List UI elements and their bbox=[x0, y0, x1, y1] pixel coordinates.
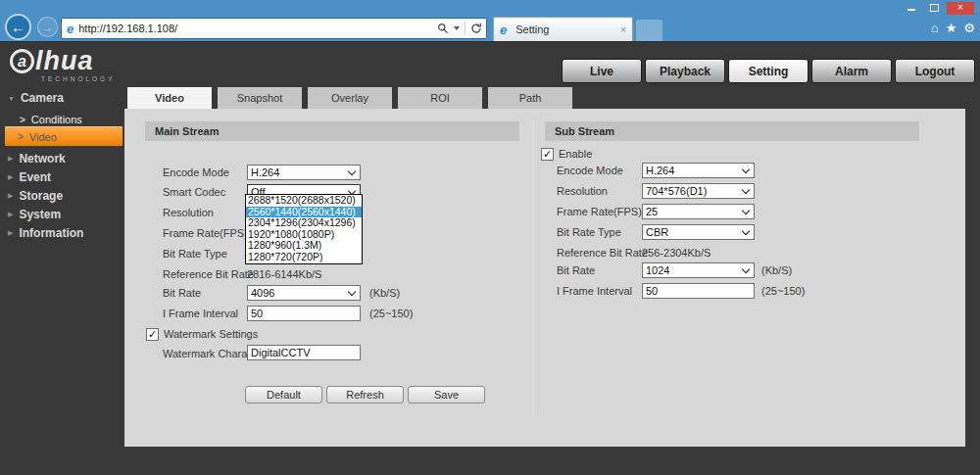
dropdown-option[interactable]: 1920*1080(1080P) bbox=[246, 229, 362, 241]
save-button[interactable]: Save bbox=[408, 386, 485, 404]
watermark-character-input[interactable] bbox=[247, 345, 361, 360]
reference-bit-rate-label: Reference Bit Rate bbox=[163, 266, 254, 282]
dropdown-option[interactable]: 2304*1296(2304x1296) bbox=[246, 217, 362, 229]
nav-button-alarm[interactable]: Alarm bbox=[811, 59, 892, 83]
logo-text: lhua bbox=[35, 46, 94, 76]
tab-title: Setting bbox=[515, 24, 620, 35]
triangle-right-icon: ▶ bbox=[8, 173, 13, 181]
dropdown-option[interactable]: 1280*960(1.3M) bbox=[246, 240, 362, 252]
page-background: a lhua TECHNOLOGY Live Playback Setting … bbox=[0, 41, 980, 475]
tab-favicon: e bbox=[500, 23, 507, 37]
sub-encode-mode-select[interactable]: H.264 bbox=[642, 163, 755, 178]
tab-overlay[interactable]: Overlay bbox=[308, 87, 392, 109]
window-maximize-button[interactable] bbox=[924, 2, 944, 15]
browser-navbar: ← → e http://192.168.1.108/ e Setting × … bbox=[0, 16, 980, 41]
sidebar-item-network[interactable]: ▶ Network bbox=[0, 150, 124, 167]
chevron-down-icon bbox=[742, 185, 750, 193]
main-stream-header: Main Stream bbox=[145, 121, 519, 141]
bit-rate-unit: (Kb/S) bbox=[369, 285, 400, 301]
home-icon[interactable]: ⌂ bbox=[931, 21, 939, 36]
window-minimize-button[interactable] bbox=[902, 2, 921, 15]
close-icon: × bbox=[957, 3, 963, 13]
bit-rate-select[interactable]: 4096 bbox=[247, 285, 361, 301]
check-icon: ✓ bbox=[543, 149, 552, 160]
sidebar-item-camera[interactable]: ▼ Camera bbox=[0, 89, 124, 107]
minimize-icon bbox=[907, 9, 915, 11]
sub-bit-rate-unit: (Kb/S) bbox=[761, 262, 792, 278]
browser-tab-setting[interactable]: e Setting × bbox=[493, 17, 633, 41]
new-tab-button[interactable] bbox=[636, 20, 662, 41]
sub-arrow-icon: > bbox=[20, 115, 25, 125]
triangle-right-icon: ▶ bbox=[8, 211, 13, 218]
enable-label: Enable bbox=[559, 146, 592, 162]
smart-codec-label: Smart Codec bbox=[163, 184, 225, 200]
watermark-settings-checkbox[interactable]: ✓ bbox=[146, 328, 159, 341]
bit-rate-label: Bit Rate bbox=[163, 285, 201, 301]
tab-roi[interactable]: ROI bbox=[398, 87, 482, 109]
sidebar-item-video[interactable]: > Video bbox=[5, 126, 122, 146]
encode-mode-select[interactable]: H.264 bbox=[247, 165, 361, 180]
sub-frame-rate-label: Frame Rate(FPS) bbox=[557, 204, 642, 219]
chevron-down-icon bbox=[742, 226, 750, 234]
screen: × ← → e http://192.168.1.108/ e Setting … bbox=[0, 0, 980, 475]
sidebar-item-system[interactable]: ▶ System bbox=[0, 206, 124, 223]
frame-rate-label: Frame Rate(FPS) bbox=[163, 225, 248, 241]
browser-titlebar: × bbox=[0, 0, 980, 16]
sub-i-frame-interval-range: (25~150) bbox=[761, 283, 805, 299]
i-frame-interval-label: I Frame Interval bbox=[163, 306, 238, 321]
chevron-down-icon bbox=[742, 264, 750, 272]
sidebar-item-storage[interactable]: ▶ Storage bbox=[0, 187, 124, 205]
sidebar-item-information[interactable]: ▶ Information bbox=[0, 224, 124, 242]
nav-button-live[interactable]: Live bbox=[562, 59, 642, 83]
favorites-star-icon[interactable]: ★ bbox=[946, 21, 957, 36]
i-frame-interval-range: (25~150) bbox=[369, 306, 413, 321]
back-button[interactable]: ← bbox=[5, 14, 31, 40]
dropdown-option-selected[interactable]: 2560*1440(2560x1440) bbox=[246, 207, 362, 218]
sub-stream-enable-checkbox[interactable]: ✓ bbox=[541, 148, 554, 161]
encode-mode-label: Encode Mode bbox=[163, 165, 229, 180]
sub-reference-bit-rate-value: 256-2304Kb/S bbox=[642, 245, 710, 261]
column-divider bbox=[533, 121, 534, 415]
resolution-dropdown-list: 2688*1520(2688x1520) 2560*1440(2560x1440… bbox=[245, 194, 363, 264]
sub-encode-mode-label: Encode Mode bbox=[557, 163, 623, 178]
tab-path[interactable]: Path bbox=[488, 87, 572, 109]
window-close-button[interactable]: × bbox=[947, 2, 974, 15]
address-bar[interactable]: e http://192.168.1.108/ bbox=[61, 18, 487, 39]
triangle-down-icon: ▼ bbox=[8, 95, 15, 102]
search-options-caret-icon[interactable] bbox=[454, 26, 460, 30]
tab-close-icon[interactable]: × bbox=[620, 24, 626, 35]
sub-bit-rate-type-select[interactable]: CBR bbox=[642, 224, 755, 240]
refresh-button[interactable]: Refresh bbox=[326, 386, 404, 404]
sub-resolution-label: Resolution bbox=[557, 183, 608, 199]
url-text[interactable]: http://192.168.1.108/ bbox=[78, 23, 437, 34]
tab-snapshot[interactable]: Snapshot bbox=[218, 87, 302, 109]
triangle-right-icon: ▶ bbox=[8, 229, 13, 237]
sub-frame-rate-select[interactable]: 25 bbox=[642, 204, 755, 219]
sub-bit-rate-select[interactable]: 1024 bbox=[642, 262, 755, 278]
sub-i-frame-interval-input[interactable] bbox=[642, 283, 755, 299]
chevron-down-icon bbox=[742, 165, 750, 172]
sub-resolution-select[interactable]: 704*576(D1) bbox=[642, 183, 755, 199]
tab-video[interactable]: Video bbox=[127, 87, 212, 109]
watermark-settings-label: Watermark Settings bbox=[164, 326, 258, 342]
nav-button-playback[interactable]: Playback bbox=[645, 59, 725, 83]
nav-button-setting[interactable]: Setting bbox=[728, 59, 808, 83]
divider bbox=[465, 22, 466, 35]
i-frame-interval-input[interactable] bbox=[247, 306, 361, 321]
refresh-icon[interactable] bbox=[470, 23, 482, 34]
search-icon[interactable] bbox=[437, 23, 449, 34]
tools-gear-icon[interactable]: ⚙ bbox=[963, 21, 975, 36]
forward-button[interactable]: → bbox=[37, 17, 58, 37]
dropdown-option[interactable]: 2688*1520(2688x1520) bbox=[246, 195, 362, 207]
triangle-right-icon: ▶ bbox=[8, 155, 13, 163]
triangle-right-icon: ▶ bbox=[8, 192, 13, 200]
resolution-label: Resolution bbox=[163, 205, 214, 220]
dahua-logo: a lhua TECHNOLOGY bbox=[10, 46, 116, 82]
default-button[interactable]: Default bbox=[245, 386, 322, 404]
sidebar-item-event[interactable]: ▶ Event bbox=[0, 168, 124, 186]
dropdown-option[interactable]: 1280*720(720P) bbox=[246, 252, 362, 263]
nav-button-logout[interactable]: Logout bbox=[895, 59, 975, 83]
sub-arrow-icon: > bbox=[18, 131, 24, 142]
chevron-down-icon bbox=[742, 206, 750, 214]
forward-arrow-icon: → bbox=[42, 21, 54, 34]
